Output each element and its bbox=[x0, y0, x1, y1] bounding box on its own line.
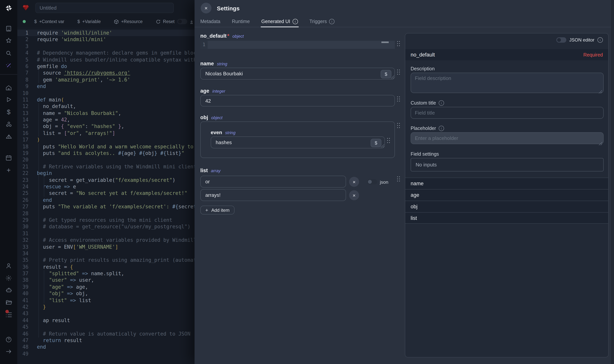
drawer-scrollbar-gutter[interactable] bbox=[611, 0, 614, 364]
name-input[interactable]: Nicolas Bourbaki $ bbox=[200, 68, 395, 79]
close-button[interactable]: × bbox=[201, 3, 211, 13]
code-line[interactable]: 4# Dependency management: declare gems i… bbox=[17, 50, 195, 56]
sidebar-settings-button[interactable] bbox=[0, 274, 17, 282]
reset-button[interactable]: Reset bbox=[156, 19, 175, 24]
placeholder-input[interactable] bbox=[411, 132, 604, 144]
field-row-list[interactable]: list bbox=[405, 212, 608, 224]
sidebar-home-button[interactable] bbox=[0, 83, 17, 92]
code-line[interactable]: 26 end bbox=[17, 197, 195, 204]
code-line[interactable]: 31 bbox=[17, 230, 195, 237]
sidebar-create-button[interactable]: + bbox=[0, 166, 17, 174]
code-line[interactable]: 42 } bbox=[17, 304, 195, 310]
age-input[interactable]: 42 bbox=[200, 95, 395, 106]
custom-title-input[interactable] bbox=[411, 107, 604, 119]
field-row-obj[interactable]: obj bbox=[405, 201, 608, 212]
json-toggle[interactable] bbox=[367, 179, 377, 184]
editor-mode-toggle[interactable] bbox=[177, 19, 187, 24]
code-line[interactable]: 34 bbox=[17, 250, 195, 257]
drag-handle[interactable] bbox=[387, 138, 391, 144]
code-line[interactable]: 22begin bbox=[17, 170, 195, 177]
windmill-logo[interactable] bbox=[0, 4, 17, 12]
code-line[interactable]: 10 bbox=[17, 90, 195, 96]
code-line[interactable]: 28 bbox=[17, 210, 195, 217]
field-row-name[interactable]: name bbox=[405, 178, 608, 189]
sidebar-audit-logs-button[interactable] bbox=[0, 311, 17, 319]
tab-runtime[interactable]: Runtime bbox=[232, 16, 250, 27]
add-resource-button[interactable]: +Resource bbox=[114, 19, 143, 24]
sidebar-runs-button[interactable] bbox=[0, 95, 17, 104]
selected-field-row[interactable]: no_default Required bbox=[405, 49, 608, 60]
drag-handle[interactable] bbox=[397, 41, 401, 47]
drag-handle[interactable] bbox=[397, 96, 401, 102]
drag-handle[interactable] bbox=[397, 123, 401, 129]
code-line[interactable]: 45 bbox=[17, 324, 195, 330]
sidebar-resources-button[interactable] bbox=[0, 120, 17, 129]
sidebar-schedules-button[interactable] bbox=[0, 153, 17, 162]
drag-handle[interactable] bbox=[397, 70, 401, 75]
code-line[interactable]: 35 # Pretty print results using amazing_… bbox=[17, 257, 195, 264]
code-line[interactable]: 9end bbox=[17, 83, 195, 90]
code-line[interactable]: 2require 'windmill/mini' bbox=[17, 36, 195, 43]
add-item-button[interactable]: + Add item bbox=[200, 206, 235, 214]
sidebar-triggers-button[interactable] bbox=[0, 133, 17, 141]
code-line[interactable]: 47 return result bbox=[17, 337, 195, 344]
code-line[interactable]: 7 source 'https://rubygems.org' bbox=[17, 70, 195, 77]
tab-metadata[interactable]: Metadata bbox=[200, 16, 220, 27]
code-line[interactable]: 3 bbox=[17, 43, 195, 50]
no-default-json-editor[interactable]: 1 bbox=[200, 41, 395, 49]
code-line[interactable]: 18 puts "Hello World and a warm welcome … bbox=[17, 143, 195, 150]
sidebar-ai-button[interactable] bbox=[0, 61, 17, 70]
sidebar-expand-button[interactable] bbox=[0, 347, 17, 356]
json-editor-toggle[interactable] bbox=[556, 37, 566, 43]
description-textarea[interactable] bbox=[411, 73, 604, 93]
code-line[interactable]: 43 bbox=[17, 310, 195, 317]
code-line[interactable]: 13 name = "Nicolas Bourbaki", bbox=[17, 110, 195, 117]
insert-variable-button[interactable]: $ bbox=[371, 139, 381, 147]
code-line[interactable]: 8 gem 'amazing_print', '~> 1.6' bbox=[17, 76, 195, 83]
editor-scrollbar[interactable] bbox=[381, 41, 389, 43]
code-line[interactable]: 12 no_default, bbox=[17, 103, 195, 110]
sidebar-variables-button[interactable]: $ bbox=[0, 108, 17, 117]
code-line[interactable]: 11def main( bbox=[17, 96, 195, 103]
code-line[interactable]: 49 bbox=[17, 351, 195, 357]
list-item-input[interactable]: or bbox=[200, 176, 346, 188]
list-item-input[interactable]: arrays! bbox=[200, 189, 346, 201]
code-line[interactable]: 15 obj = { "even": "hashes" }, bbox=[17, 123, 195, 130]
sidebar-search-button[interactable] bbox=[0, 49, 17, 57]
add-context-var-button[interactable]: $ +Context var bbox=[34, 19, 64, 24]
remove-item-button[interactable]: × bbox=[349, 177, 359, 187]
sidebar-favorites-button[interactable] bbox=[0, 36, 17, 45]
script-title-input[interactable] bbox=[35, 3, 174, 13]
add-variable-button[interactable]: $ +Variable bbox=[77, 19, 101, 24]
code-line[interactable]: 6gemfile do bbox=[17, 63, 195, 70]
drag-handle[interactable] bbox=[397, 176, 401, 182]
code-line[interactable]: 46 # Return value is automatically conve… bbox=[17, 330, 195, 337]
code-line[interactable]: 1require 'windmill/inline' bbox=[17, 30, 195, 36]
code-line[interactable]: 27 puts "The variable at 'f/examples/sec… bbox=[17, 203, 195, 210]
sidebar-folders-button[interactable] bbox=[0, 298, 17, 307]
code-line[interactable]: 30 # database = get_resource("u/user/my_… bbox=[17, 223, 195, 230]
code-line[interactable]: 5# Windmill uses bundler/inline compatib… bbox=[17, 56, 195, 63]
sidebar-workspace-button[interactable] bbox=[0, 24, 17, 33]
code-editor[interactable]: 1require 'windmill/inline'2require 'wind… bbox=[17, 27, 195, 364]
tab-generated-ui[interactable]: Generated UI i bbox=[261, 16, 298, 27]
code-line[interactable]: 44 ap result bbox=[17, 317, 195, 324]
code-line[interactable]: 19 puts "and its acolytes.. #{age} #{obj… bbox=[17, 150, 195, 157]
sidebar-workers-button[interactable] bbox=[0, 286, 17, 294]
code-line[interactable]: 17) bbox=[17, 137, 195, 143]
sidebar-account-button[interactable] bbox=[0, 261, 17, 270]
code-line[interactable]: 36 result = { bbox=[17, 263, 195, 270]
tab-triggers[interactable]: Triggers i bbox=[309, 16, 335, 27]
even-input[interactable]: hashes $ bbox=[211, 136, 385, 148]
code-line[interactable]: 32 # Access environment variables provid… bbox=[17, 237, 195, 244]
code-line[interactable]: 21 # Retrieve variables using the Windmi… bbox=[17, 163, 195, 170]
code-line[interactable]: 16 list = ["or", "arrays!"] bbox=[17, 130, 195, 137]
code-line[interactable]: 33 user = ENV['WM_USERNAME'] bbox=[17, 244, 195, 250]
code-line[interactable]: 48end bbox=[17, 344, 195, 351]
remove-item-button[interactable]: × bbox=[349, 190, 359, 200]
field-row-age[interactable]: age bbox=[405, 189, 608, 201]
insert-variable-button[interactable]: $ bbox=[381, 70, 392, 78]
code-line[interactable]: 29 # Get typed resources using the mini … bbox=[17, 217, 195, 223]
code-line[interactable]: 20 bbox=[17, 157, 195, 163]
sidebar-help-button[interactable] bbox=[0, 335, 17, 344]
